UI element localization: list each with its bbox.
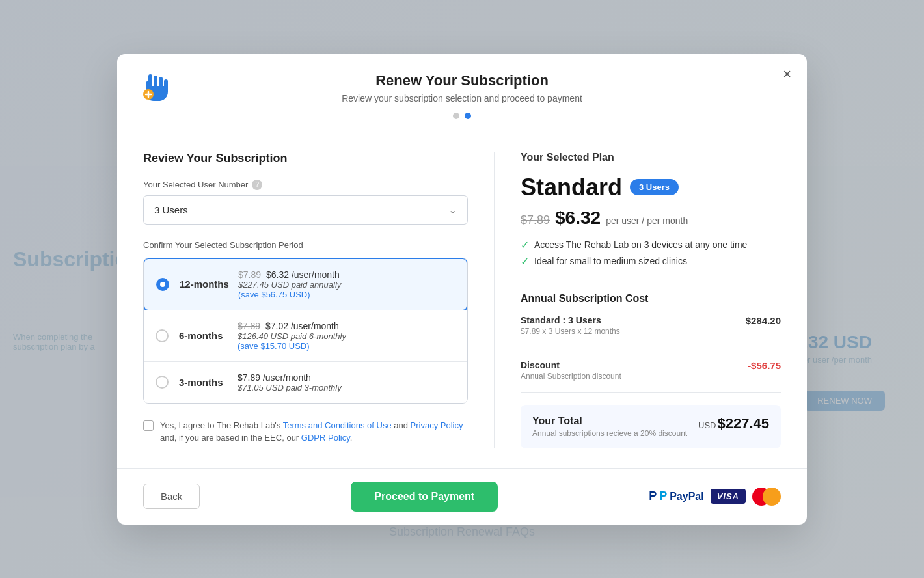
terms-text: Yes, I agree to The Rehab Lab's Terms an… [160, 419, 468, 445]
check-icon-2: ✓ [521, 255, 529, 268]
step-dot-1 [453, 113, 459, 119]
modal-overlay: Renew Your Subscription Review your subs… [0, 0, 924, 578]
period-option-3months[interactable]: 3-months $7.89 /user/month $71.05 USD pa… [144, 362, 467, 403]
radio-6months [156, 329, 169, 342]
payment-icons: PP PayPal VISA [649, 488, 781, 506]
plan-features: ✓ Access The Rehab Lab on 3 devices at a… [521, 239, 781, 268]
total-sublabel: Annual subscriptions recieve a 20% disco… [532, 429, 687, 438]
period-price-unit-3months: /user/month [263, 372, 311, 383]
period-original-price-12months: $7.89 [238, 269, 261, 280]
period-price-12months: $7.89 $6.32 /user/month [238, 269, 341, 280]
feature-text-1: Access The Rehab Lab on 3 devices at any… [534, 240, 747, 250]
period-name-12months: 12-months [180, 279, 238, 290]
period-current-price-12months: $6.32 [266, 269, 289, 280]
paypal-icon: PP PayPal [649, 489, 704, 503]
plan-price-row: $7.89 $6.32 per user / per month [521, 208, 781, 228]
terms-link[interactable]: Terms and Conditions of Use [283, 420, 392, 430]
plan-feature-2: ✓ Ideal for small to medium sized clinic… [521, 255, 781, 268]
gdpr-link[interactable]: GDPR Policy [301, 433, 350, 443]
radio-3months [156, 376, 169, 389]
plan-price-period: per user / per month [606, 215, 688, 226]
radio-12months [156, 278, 169, 291]
plan-price-current: $6.32 [555, 208, 601, 228]
chevron-down-icon: ⌄ [448, 204, 457, 216]
period-options: 12-months $7.89 $6.32 /user/month $227.4… [143, 258, 468, 404]
total-box: Your Total Annual subscriptions recieve … [521, 405, 781, 448]
check-icon-1: ✓ [521, 239, 529, 251]
modal-header: Renew Your Subscription Review your subs… [117, 54, 807, 132]
help-icon[interactable]: ? [252, 180, 262, 190]
period-price-3months: $7.89 /user/month [238, 372, 342, 383]
user-number-value: 3 Users [154, 204, 188, 215]
terms-row: Yes, I agree to The Rehab Lab's Terms an… [143, 419, 468, 445]
period-name-3months: 3-months [179, 377, 238, 388]
period-option-6months[interactable]: 6-months $7.89 $7.02 /user/month $126.40… [144, 310, 467, 362]
left-panel: Review Your Subscription Your Selected U… [143, 152, 495, 448]
terms-checkbox[interactable] [143, 420, 154, 431]
period-details-6months: $7.89 $7.02 /user/month $126.40 USD paid… [238, 321, 346, 351]
plan-section-title: Your Selected Plan [521, 152, 781, 163]
privacy-link[interactable]: Privacy Policy [411, 420, 463, 430]
subscription-modal: Renew Your Subscription Review your subs… [117, 54, 807, 525]
total-label-group: Your Total Annual subscriptions recieve … [532, 415, 687, 438]
modal-footer: Back Proceed to Payment PP PayPal VISA [117, 468, 807, 525]
logo-icon [137, 70, 170, 103]
cost-label-standard: Standard : 3 Users $7.89 x 3 Users x 12 … [521, 315, 620, 336]
divider-3 [521, 392, 781, 393]
cost-row-standard: Standard : 3 Users $7.89 x 3 Users x 12 … [521, 315, 781, 336]
period-subline-12months: $227.45 USD paid annually [238, 280, 341, 290]
plan-name: Standard [521, 174, 622, 201]
period-name-6months: 6-months [179, 330, 238, 341]
modal-body: Review Your Subscription Your Selected U… [117, 132, 807, 468]
close-button[interactable]: × [783, 67, 791, 81]
feature-text-2: Ideal for small to medium sized clinics [534, 256, 687, 266]
total-value-group: USD$227.45 [698, 415, 769, 432]
review-section-title: Review Your Subscription [143, 152, 468, 165]
user-number-select[interactable]: 3 Users ⌄ [143, 195, 468, 225]
period-price-unit-12months: /user/month [292, 269, 340, 280]
period-subline-6months: $126.40 USD paid 6-monthly [238, 331, 346, 341]
divider-1 [521, 281, 781, 281]
cost-section-title: Annual Subscription Cost [521, 293, 781, 305]
plan-feature-1: ✓ Access The Rehab Lab on 3 devices at a… [521, 239, 781, 251]
plan-badge: 3 Users [630, 179, 679, 195]
plan-price-original: $7.89 [521, 213, 550, 227]
visa-icon: VISA [711, 489, 746, 504]
total-label: Your Total [532, 415, 687, 427]
period-label: Confirm Your Selected Subscription Perio… [143, 240, 468, 250]
period-original-price-6months: $7.89 [238, 321, 260, 331]
modal-title: Renew Your Subscription [375, 72, 549, 89]
back-button[interactable]: Back [143, 484, 200, 509]
period-subline-3months: $71.05 USD paid 3-monthly [238, 383, 342, 392]
period-price-unit-6months: /user/month [291, 321, 339, 331]
proceed-to-payment-button[interactable]: Proceed to Payment [351, 482, 498, 512]
step-dot-2 [465, 113, 471, 119]
period-option-12months[interactable]: 12-months $7.89 $6.32 /user/month $227.4… [143, 258, 468, 311]
period-save-12months: (save $56.75 USD) [238, 290, 341, 299]
period-current-price-3months: $7.89 [238, 372, 260, 383]
period-details-3months: $7.89 /user/month $71.05 USD paid 3-mont… [238, 372, 342, 392]
step-indicators [453, 113, 471, 119]
app-logo [137, 70, 170, 103]
period-current-price-6months: $7.02 [265, 321, 288, 331]
plan-name-row: Standard 3 Users [521, 174, 781, 201]
divider-2 [521, 348, 781, 348]
modal-subtitle: Review your subscription selection and p… [342, 93, 582, 103]
period-details-12months: $7.89 $6.32 /user/month $227.45 USD paid… [238, 269, 341, 299]
cost-label-discount: Discount Annual Subscription discount [521, 360, 621, 381]
total-currency: USD [698, 420, 716, 430]
cost-row-discount: Discount Annual Subscription discount -$… [521, 360, 781, 381]
period-save-6months: (save $15.70 USD) [238, 341, 346, 351]
cost-value-standard: $284.20 [746, 315, 781, 326]
cost-value-discount: -$56.75 [748, 360, 781, 371]
total-amount: $227.45 [717, 415, 769, 432]
right-panel: Your Selected Plan Standard 3 Users $7.8… [521, 152, 781, 448]
user-number-label: Your Selected User Number ? [143, 180, 468, 190]
period-price-6months: $7.89 $7.02 /user/month [238, 321, 346, 331]
mastercard-icon [752, 488, 781, 506]
